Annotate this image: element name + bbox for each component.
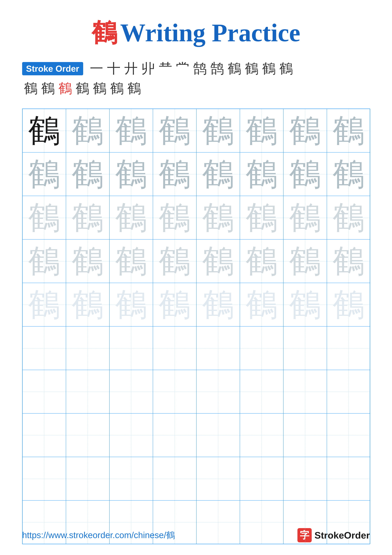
cell-r2c4[interactable]: 鶴 [153,152,196,196]
stroke-15-red: 鶴 [58,79,72,97]
char-r2c3: 鶴 [115,158,147,190]
stroke-13: 鶴 [24,79,37,97]
char-r4c7: 鶴 [289,245,321,277]
cell-r8c7[interactable] [283,413,327,457]
cell-r5c5[interactable]: 鶴 [196,283,240,326]
stroke-12: 鶴 [279,59,293,78]
cell-r3c4[interactable]: 鶴 [153,196,196,239]
cell-r4c3[interactable]: 鶴 [109,239,153,283]
cell-r2c8[interactable]: 鶴 [327,152,370,196]
cell-r9c7[interactable] [283,457,327,500]
cell-r4c8[interactable]: 鶴 [327,239,370,283]
cell-r3c7[interactable]: 鶴 [283,196,327,239]
cell-r1c1[interactable]: 鶴 [22,109,66,152]
stroke-order-row-2: 鶴 鶴 鶴 鶴 鶴 鶴 鶴 [22,79,370,97]
cell-r7c5[interactable] [196,370,240,413]
cell-r4c6[interactable]: 鶴 [240,239,283,283]
cell-r9c4[interactable] [153,457,196,500]
cell-r7c8[interactable] [327,370,370,413]
cell-r1c7[interactable]: 鶴 [283,109,327,152]
char-r5c8: 鶴 [333,289,364,321]
strokeorder-icon: 字 [297,528,312,542]
cell-r6c4[interactable] [153,326,196,370]
char-r3c6: 鶴 [246,202,277,234]
cell-r7c7[interactable] [283,370,327,413]
cell-r9c5[interactable] [196,457,240,500]
cell-r3c3[interactable]: 鶴 [109,196,153,239]
char-r3c5: 鶴 [202,202,234,234]
stroke-16: 鶴 [76,79,89,97]
cell-r4c5[interactable]: 鶴 [196,239,240,283]
cell-r8c8[interactable] [327,413,370,457]
char-r2c2: 鶴 [72,158,103,190]
stroke-7: 鹄 [193,59,207,78]
cell-r3c2[interactable]: 鶴 [66,196,109,239]
cell-r1c2[interactable]: 鶴 [66,109,109,152]
cell-r4c2[interactable]: 鶴 [66,239,109,283]
cell-r6c1[interactable] [22,326,66,370]
char-r1c1: 鶴 [28,115,60,146]
cell-r2c3[interactable]: 鶴 [109,152,153,196]
char-r5c5: 鶴 [202,289,234,321]
char-r3c3: 鶴 [115,202,147,234]
cell-r4c4[interactable]: 鶴 [153,239,196,283]
cell-r1c8[interactable]: 鶴 [327,109,370,152]
cell-r9c6[interactable] [240,457,283,500]
char-r5c2: 鶴 [72,289,103,321]
cell-r9c2[interactable] [66,457,109,500]
cell-r7c4[interactable] [153,370,196,413]
char-r1c4: 鶴 [159,115,190,146]
footer-logo: 字 StrokeOrder [297,528,370,542]
cell-r7c3[interactable] [109,370,153,413]
cell-r1c3[interactable]: 鶴 [109,109,153,152]
cell-r7c6[interactable] [240,370,283,413]
cell-r8c3[interactable] [109,413,153,457]
cell-r6c6[interactable] [240,326,283,370]
char-r5c4: 鶴 [159,289,190,321]
char-r3c1: 鶴 [28,202,60,234]
cell-r6c5[interactable] [196,326,240,370]
stroke-9: 鶴 [228,59,241,78]
cell-r2c2[interactable]: 鶴 [66,152,109,196]
cell-r9c3[interactable] [109,457,153,500]
cell-r7c1[interactable] [22,370,66,413]
footer: https://www.strokeorder.com/chinese/鶴 字 … [22,528,370,542]
cell-r8c4[interactable] [153,413,196,457]
cell-r6c2[interactable] [66,326,109,370]
cell-r5c7[interactable]: 鶴 [283,283,327,326]
cell-r6c8[interactable] [327,326,370,370]
cell-r9c8[interactable] [327,457,370,500]
char-r4c3: 鶴 [115,245,147,277]
cell-r5c4[interactable]: 鶴 [153,283,196,326]
cell-r3c1[interactable]: 鶴 [22,196,66,239]
cell-r8c6[interactable] [240,413,283,457]
cell-r6c7[interactable] [283,326,327,370]
cell-r2c5[interactable]: 鶴 [196,152,240,196]
char-r3c8: 鶴 [333,202,364,234]
char-r3c2: 鶴 [72,202,103,234]
cell-r8c2[interactable] [66,413,109,457]
cell-r8c1[interactable] [22,413,66,457]
cell-r8c5[interactable] [196,413,240,457]
cell-r1c4[interactable]: 鶴 [153,109,196,152]
cell-r3c5[interactable]: 鶴 [196,196,240,239]
cell-r2c1[interactable]: 鶴 [22,152,66,196]
cell-r4c1[interactable]: 鶴 [22,239,66,283]
cell-r2c6[interactable]: 鶴 [240,152,283,196]
char-r2c4: 鶴 [159,158,190,190]
cell-r5c2[interactable]: 鶴 [66,283,109,326]
cell-r5c8[interactable]: 鶴 [327,283,370,326]
cell-r9c1[interactable] [22,457,66,500]
cell-r5c3[interactable]: 鶴 [109,283,153,326]
cell-r6c3[interactable] [109,326,153,370]
cell-r4c7[interactable]: 鶴 [283,239,327,283]
cell-r3c8[interactable]: 鶴 [327,196,370,239]
cell-r1c5[interactable]: 鶴 [196,109,240,152]
cell-r1c6[interactable]: 鶴 [240,109,283,152]
char-r1c7: 鶴 [289,115,321,146]
cell-r7c2[interactable] [66,370,109,413]
cell-r2c7[interactable]: 鶴 [283,152,327,196]
cell-r5c1[interactable]: 鶴 [22,283,66,326]
cell-r3c6[interactable]: 鶴 [240,196,283,239]
cell-r5c6[interactable]: 鶴 [240,283,283,326]
